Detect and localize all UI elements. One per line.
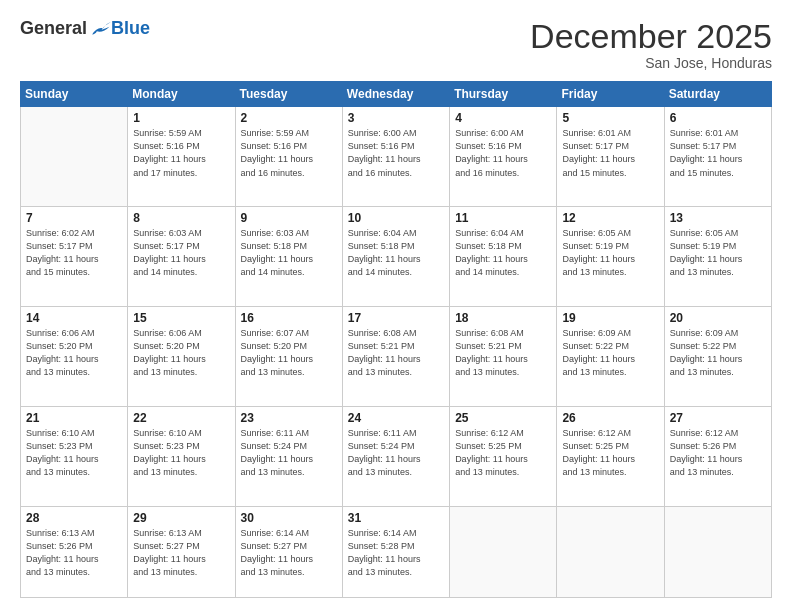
day-number: 1: [133, 111, 229, 125]
day-number: 12: [562, 211, 658, 225]
day-info: Sunrise: 6:10 AM Sunset: 5:23 PM Dayligh…: [26, 427, 122, 479]
day-number: 30: [241, 511, 337, 525]
day-info: Sunrise: 6:14 AM Sunset: 5:28 PM Dayligh…: [348, 527, 444, 579]
day-info: Sunrise: 6:05 AM Sunset: 5:19 PM Dayligh…: [562, 227, 658, 279]
day-info: Sunrise: 6:03 AM Sunset: 5:17 PM Dayligh…: [133, 227, 229, 279]
calendar-cell: 6Sunrise: 6:01 AM Sunset: 5:17 PM Daylig…: [664, 107, 771, 207]
day-info: Sunrise: 6:11 AM Sunset: 5:24 PM Dayligh…: [348, 427, 444, 479]
calendar-cell: 22Sunrise: 6:10 AM Sunset: 5:23 PM Dayli…: [128, 407, 235, 507]
calendar-cell: 23Sunrise: 6:11 AM Sunset: 5:24 PM Dayli…: [235, 407, 342, 507]
day-number: 15: [133, 311, 229, 325]
day-number: 22: [133, 411, 229, 425]
calendar-cell: [664, 507, 771, 598]
calendar-cell: 31Sunrise: 6:14 AM Sunset: 5:28 PM Dayli…: [342, 507, 449, 598]
day-info: Sunrise: 6:01 AM Sunset: 5:17 PM Dayligh…: [670, 127, 766, 179]
day-info: Sunrise: 6:08 AM Sunset: 5:21 PM Dayligh…: [455, 327, 551, 379]
th-sunday: Sunday: [21, 82, 128, 107]
calendar-table: Sunday Monday Tuesday Wednesday Thursday…: [20, 81, 772, 598]
day-info: Sunrise: 6:12 AM Sunset: 5:25 PM Dayligh…: [562, 427, 658, 479]
day-info: Sunrise: 6:09 AM Sunset: 5:22 PM Dayligh…: [562, 327, 658, 379]
day-number: 21: [26, 411, 122, 425]
day-number: 5: [562, 111, 658, 125]
logo-blue: Blue: [111, 18, 150, 39]
calendar-cell: 10Sunrise: 6:04 AM Sunset: 5:18 PM Dayli…: [342, 207, 449, 307]
day-info: Sunrise: 6:11 AM Sunset: 5:24 PM Dayligh…: [241, 427, 337, 479]
calendar-cell: 20Sunrise: 6:09 AM Sunset: 5:22 PM Dayli…: [664, 307, 771, 407]
calendar-cell: 21Sunrise: 6:10 AM Sunset: 5:23 PM Dayli…: [21, 407, 128, 507]
calendar-cell: 9Sunrise: 6:03 AM Sunset: 5:18 PM Daylig…: [235, 207, 342, 307]
calendar-cell: 14Sunrise: 6:06 AM Sunset: 5:20 PM Dayli…: [21, 307, 128, 407]
page: General Blue December 2025 San Jose, Hon…: [0, 0, 792, 612]
day-number: 11: [455, 211, 551, 225]
day-number: 7: [26, 211, 122, 225]
logo-bird-icon: [89, 20, 111, 38]
day-info: Sunrise: 6:05 AM Sunset: 5:19 PM Dayligh…: [670, 227, 766, 279]
day-number: 31: [348, 511, 444, 525]
day-info: Sunrise: 6:04 AM Sunset: 5:18 PM Dayligh…: [348, 227, 444, 279]
day-info: Sunrise: 6:01 AM Sunset: 5:17 PM Dayligh…: [562, 127, 658, 179]
day-info: Sunrise: 6:06 AM Sunset: 5:20 PM Dayligh…: [133, 327, 229, 379]
day-info: Sunrise: 6:12 AM Sunset: 5:25 PM Dayligh…: [455, 427, 551, 479]
day-number: 9: [241, 211, 337, 225]
calendar-cell: 17Sunrise: 6:08 AM Sunset: 5:21 PM Dayli…: [342, 307, 449, 407]
day-number: 4: [455, 111, 551, 125]
calendar-cell: 8Sunrise: 6:03 AM Sunset: 5:17 PM Daylig…: [128, 207, 235, 307]
day-number: 19: [562, 311, 658, 325]
calendar-cell: 30Sunrise: 6:14 AM Sunset: 5:27 PM Dayli…: [235, 507, 342, 598]
location-subtitle: San Jose, Honduras: [530, 55, 772, 71]
calendar-cell: 25Sunrise: 6:12 AM Sunset: 5:25 PM Dayli…: [450, 407, 557, 507]
day-info: Sunrise: 6:00 AM Sunset: 5:16 PM Dayligh…: [455, 127, 551, 179]
month-title: December 2025: [530, 18, 772, 55]
day-number: 2: [241, 111, 337, 125]
day-info: Sunrise: 5:59 AM Sunset: 5:16 PM Dayligh…: [241, 127, 337, 179]
day-number: 16: [241, 311, 337, 325]
th-thursday: Thursday: [450, 82, 557, 107]
title-section: December 2025 San Jose, Honduras: [530, 18, 772, 71]
day-number: 17: [348, 311, 444, 325]
weekday-header-row: Sunday Monday Tuesday Wednesday Thursday…: [21, 82, 772, 107]
day-number: 8: [133, 211, 229, 225]
calendar-cell: 1Sunrise: 5:59 AM Sunset: 5:16 PM Daylig…: [128, 107, 235, 207]
day-number: 29: [133, 511, 229, 525]
day-info: Sunrise: 6:10 AM Sunset: 5:23 PM Dayligh…: [133, 427, 229, 479]
day-number: 13: [670, 211, 766, 225]
day-info: Sunrise: 6:08 AM Sunset: 5:21 PM Dayligh…: [348, 327, 444, 379]
day-info: Sunrise: 6:02 AM Sunset: 5:17 PM Dayligh…: [26, 227, 122, 279]
th-tuesday: Tuesday: [235, 82, 342, 107]
calendar-cell: 29Sunrise: 6:13 AM Sunset: 5:27 PM Dayli…: [128, 507, 235, 598]
calendar-cell: 19Sunrise: 6:09 AM Sunset: 5:22 PM Dayli…: [557, 307, 664, 407]
day-info: Sunrise: 6:03 AM Sunset: 5:18 PM Dayligh…: [241, 227, 337, 279]
day-number: 3: [348, 111, 444, 125]
calendar-cell: 5Sunrise: 6:01 AM Sunset: 5:17 PM Daylig…: [557, 107, 664, 207]
logo-text: General Blue: [20, 18, 150, 39]
day-number: 6: [670, 111, 766, 125]
day-info: Sunrise: 6:06 AM Sunset: 5:20 PM Dayligh…: [26, 327, 122, 379]
day-number: 18: [455, 311, 551, 325]
day-info: Sunrise: 6:14 AM Sunset: 5:27 PM Dayligh…: [241, 527, 337, 579]
logo-general: General: [20, 18, 87, 39]
day-info: Sunrise: 6:12 AM Sunset: 5:26 PM Dayligh…: [670, 427, 766, 479]
day-info: Sunrise: 6:09 AM Sunset: 5:22 PM Dayligh…: [670, 327, 766, 379]
header: General Blue December 2025 San Jose, Hon…: [20, 18, 772, 71]
day-number: 23: [241, 411, 337, 425]
day-info: Sunrise: 5:59 AM Sunset: 5:16 PM Dayligh…: [133, 127, 229, 179]
day-number: 14: [26, 311, 122, 325]
calendar-cell: 2Sunrise: 5:59 AM Sunset: 5:16 PM Daylig…: [235, 107, 342, 207]
calendar-cell: 24Sunrise: 6:11 AM Sunset: 5:24 PM Dayli…: [342, 407, 449, 507]
calendar-cell: 27Sunrise: 6:12 AM Sunset: 5:26 PM Dayli…: [664, 407, 771, 507]
calendar-cell: [450, 507, 557, 598]
calendar-cell: 12Sunrise: 6:05 AM Sunset: 5:19 PM Dayli…: [557, 207, 664, 307]
day-number: 28: [26, 511, 122, 525]
day-info: Sunrise: 6:13 AM Sunset: 5:26 PM Dayligh…: [26, 527, 122, 579]
day-info: Sunrise: 6:04 AM Sunset: 5:18 PM Dayligh…: [455, 227, 551, 279]
day-number: 27: [670, 411, 766, 425]
day-info: Sunrise: 6:13 AM Sunset: 5:27 PM Dayligh…: [133, 527, 229, 579]
calendar-cell: 11Sunrise: 6:04 AM Sunset: 5:18 PM Dayli…: [450, 207, 557, 307]
day-info: Sunrise: 6:00 AM Sunset: 5:16 PM Dayligh…: [348, 127, 444, 179]
calendar-cell: 7Sunrise: 6:02 AM Sunset: 5:17 PM Daylig…: [21, 207, 128, 307]
day-number: 25: [455, 411, 551, 425]
th-monday: Monday: [128, 82, 235, 107]
calendar-cell: [557, 507, 664, 598]
calendar-cell: [21, 107, 128, 207]
calendar-cell: 15Sunrise: 6:06 AM Sunset: 5:20 PM Dayli…: [128, 307, 235, 407]
